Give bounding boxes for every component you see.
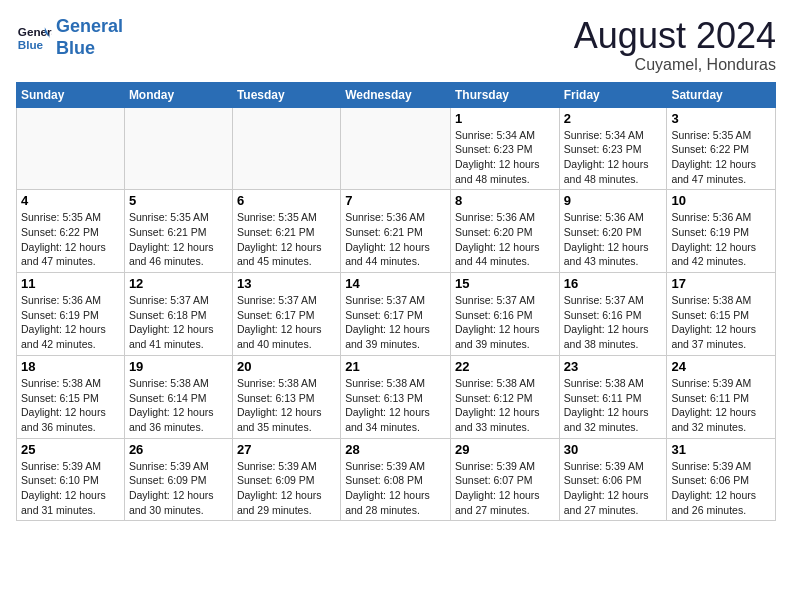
cell-sun-info: Sunrise: 5:37 AMSunset: 6:16 PMDaylight:… xyxy=(564,293,663,352)
day-number: 7 xyxy=(345,193,446,208)
calendar-cell: 13Sunrise: 5:37 AMSunset: 6:17 PMDayligh… xyxy=(232,273,340,356)
calendar-table: SundayMondayTuesdayWednesdayThursdayFrid… xyxy=(16,82,776,522)
calendar-cell: 15Sunrise: 5:37 AMSunset: 6:16 PMDayligh… xyxy=(450,273,559,356)
week-row-4: 18Sunrise: 5:38 AMSunset: 6:15 PMDayligh… xyxy=(17,355,776,438)
day-number: 14 xyxy=(345,276,446,291)
cell-sun-info: Sunrise: 5:39 AMSunset: 6:11 PMDaylight:… xyxy=(671,376,771,435)
day-number: 11 xyxy=(21,276,120,291)
calendar-cell: 25Sunrise: 5:39 AMSunset: 6:10 PMDayligh… xyxy=(17,438,125,521)
calendar-cell: 12Sunrise: 5:37 AMSunset: 6:18 PMDayligh… xyxy=(124,273,232,356)
cell-sun-info: Sunrise: 5:37 AMSunset: 6:17 PMDaylight:… xyxy=(345,293,446,352)
calendar-cell: 19Sunrise: 5:38 AMSunset: 6:14 PMDayligh… xyxy=(124,355,232,438)
cell-sun-info: Sunrise: 5:34 AMSunset: 6:23 PMDaylight:… xyxy=(564,128,663,187)
day-header-sunday: Sunday xyxy=(17,82,125,107)
cell-sun-info: Sunrise: 5:38 AMSunset: 6:13 PMDaylight:… xyxy=(345,376,446,435)
day-number: 15 xyxy=(455,276,555,291)
logo-icon: General Blue xyxy=(16,20,52,56)
day-number: 2 xyxy=(564,111,663,126)
cell-sun-info: Sunrise: 5:35 AMSunset: 6:21 PMDaylight:… xyxy=(129,210,228,269)
calendar-cell xyxy=(17,107,125,190)
week-row-3: 11Sunrise: 5:36 AMSunset: 6:19 PMDayligh… xyxy=(17,273,776,356)
day-number: 30 xyxy=(564,442,663,457)
day-number: 10 xyxy=(671,193,771,208)
calendar-cell: 2Sunrise: 5:34 AMSunset: 6:23 PMDaylight… xyxy=(559,107,667,190)
calendar-cell: 14Sunrise: 5:37 AMSunset: 6:17 PMDayligh… xyxy=(341,273,451,356)
cell-sun-info: Sunrise: 5:39 AMSunset: 6:10 PMDaylight:… xyxy=(21,459,120,518)
day-number: 13 xyxy=(237,276,336,291)
calendar-cell xyxy=(124,107,232,190)
cell-sun-info: Sunrise: 5:35 AMSunset: 6:22 PMDaylight:… xyxy=(671,128,771,187)
cell-sun-info: Sunrise: 5:39 AMSunset: 6:08 PMDaylight:… xyxy=(345,459,446,518)
cell-sun-info: Sunrise: 5:36 AMSunset: 6:20 PMDaylight:… xyxy=(455,210,555,269)
day-number: 21 xyxy=(345,359,446,374)
calendar-cell: 31Sunrise: 5:39 AMSunset: 6:06 PMDayligh… xyxy=(667,438,776,521)
calendar-cell: 1Sunrise: 5:34 AMSunset: 6:23 PMDaylight… xyxy=(450,107,559,190)
cell-sun-info: Sunrise: 5:39 AMSunset: 6:09 PMDaylight:… xyxy=(237,459,336,518)
title-block: August 2024 Cuyamel, Honduras xyxy=(574,16,776,74)
day-number: 18 xyxy=(21,359,120,374)
calendar-cell: 16Sunrise: 5:37 AMSunset: 6:16 PMDayligh… xyxy=(559,273,667,356)
cell-sun-info: Sunrise: 5:37 AMSunset: 6:16 PMDaylight:… xyxy=(455,293,555,352)
day-number: 27 xyxy=(237,442,336,457)
day-number: 26 xyxy=(129,442,228,457)
calendar-cell: 17Sunrise: 5:38 AMSunset: 6:15 PMDayligh… xyxy=(667,273,776,356)
day-number: 19 xyxy=(129,359,228,374)
day-number: 12 xyxy=(129,276,228,291)
calendar-cell: 26Sunrise: 5:39 AMSunset: 6:09 PMDayligh… xyxy=(124,438,232,521)
calendar-cell: 28Sunrise: 5:39 AMSunset: 6:08 PMDayligh… xyxy=(341,438,451,521)
day-number: 29 xyxy=(455,442,555,457)
cell-sun-info: Sunrise: 5:38 AMSunset: 6:15 PMDaylight:… xyxy=(21,376,120,435)
day-number: 6 xyxy=(237,193,336,208)
day-number: 17 xyxy=(671,276,771,291)
cell-sun-info: Sunrise: 5:38 AMSunset: 6:15 PMDaylight:… xyxy=(671,293,771,352)
calendar-cell: 23Sunrise: 5:38 AMSunset: 6:11 PMDayligh… xyxy=(559,355,667,438)
calendar-header: SundayMondayTuesdayWednesdayThursdayFrid… xyxy=(17,82,776,107)
day-number: 23 xyxy=(564,359,663,374)
cell-sun-info: Sunrise: 5:39 AMSunset: 6:09 PMDaylight:… xyxy=(129,459,228,518)
cell-sun-info: Sunrise: 5:38 AMSunset: 6:12 PMDaylight:… xyxy=(455,376,555,435)
week-row-1: 1Sunrise: 5:34 AMSunset: 6:23 PMDaylight… xyxy=(17,107,776,190)
calendar-cell: 21Sunrise: 5:38 AMSunset: 6:13 PMDayligh… xyxy=(341,355,451,438)
cell-sun-info: Sunrise: 5:39 AMSunset: 6:07 PMDaylight:… xyxy=(455,459,555,518)
day-number: 9 xyxy=(564,193,663,208)
day-header-thursday: Thursday xyxy=(450,82,559,107)
day-number: 20 xyxy=(237,359,336,374)
calendar-cell xyxy=(341,107,451,190)
day-number: 3 xyxy=(671,111,771,126)
day-number: 4 xyxy=(21,193,120,208)
day-number: 25 xyxy=(21,442,120,457)
day-header-monday: Monday xyxy=(124,82,232,107)
cell-sun-info: Sunrise: 5:34 AMSunset: 6:23 PMDaylight:… xyxy=(455,128,555,187)
day-number: 16 xyxy=(564,276,663,291)
calendar-cell: 8Sunrise: 5:36 AMSunset: 6:20 PMDaylight… xyxy=(450,190,559,273)
day-number: 31 xyxy=(671,442,771,457)
day-number: 1 xyxy=(455,111,555,126)
calendar-cell: 9Sunrise: 5:36 AMSunset: 6:20 PMDaylight… xyxy=(559,190,667,273)
month-year-title: August 2024 xyxy=(574,16,776,56)
cell-sun-info: Sunrise: 5:37 AMSunset: 6:17 PMDaylight:… xyxy=(237,293,336,352)
calendar-body: 1Sunrise: 5:34 AMSunset: 6:23 PMDaylight… xyxy=(17,107,776,521)
calendar-cell: 5Sunrise: 5:35 AMSunset: 6:21 PMDaylight… xyxy=(124,190,232,273)
calendar-cell: 10Sunrise: 5:36 AMSunset: 6:19 PMDayligh… xyxy=(667,190,776,273)
location-subtitle: Cuyamel, Honduras xyxy=(574,56,776,74)
calendar-cell: 7Sunrise: 5:36 AMSunset: 6:21 PMDaylight… xyxy=(341,190,451,273)
day-number: 28 xyxy=(345,442,446,457)
calendar-cell xyxy=(232,107,340,190)
cell-sun-info: Sunrise: 5:38 AMSunset: 6:11 PMDaylight:… xyxy=(564,376,663,435)
week-row-5: 25Sunrise: 5:39 AMSunset: 6:10 PMDayligh… xyxy=(17,438,776,521)
day-number: 5 xyxy=(129,193,228,208)
cell-sun-info: Sunrise: 5:38 AMSunset: 6:13 PMDaylight:… xyxy=(237,376,336,435)
calendar-cell: 18Sunrise: 5:38 AMSunset: 6:15 PMDayligh… xyxy=(17,355,125,438)
day-header-tuesday: Tuesday xyxy=(232,82,340,107)
calendar-cell: 22Sunrise: 5:38 AMSunset: 6:12 PMDayligh… xyxy=(450,355,559,438)
cell-sun-info: Sunrise: 5:36 AMSunset: 6:20 PMDaylight:… xyxy=(564,210,663,269)
cell-sun-info: Sunrise: 5:36 AMSunset: 6:21 PMDaylight:… xyxy=(345,210,446,269)
calendar-cell: 20Sunrise: 5:38 AMSunset: 6:13 PMDayligh… xyxy=(232,355,340,438)
calendar-cell: 30Sunrise: 5:39 AMSunset: 6:06 PMDayligh… xyxy=(559,438,667,521)
cell-sun-info: Sunrise: 5:39 AMSunset: 6:06 PMDaylight:… xyxy=(671,459,771,518)
cell-sun-info: Sunrise: 5:35 AMSunset: 6:22 PMDaylight:… xyxy=(21,210,120,269)
week-row-2: 4Sunrise: 5:35 AMSunset: 6:22 PMDaylight… xyxy=(17,190,776,273)
calendar-cell: 24Sunrise: 5:39 AMSunset: 6:11 PMDayligh… xyxy=(667,355,776,438)
cell-sun-info: Sunrise: 5:36 AMSunset: 6:19 PMDaylight:… xyxy=(21,293,120,352)
logo: General Blue General Blue xyxy=(16,16,123,59)
